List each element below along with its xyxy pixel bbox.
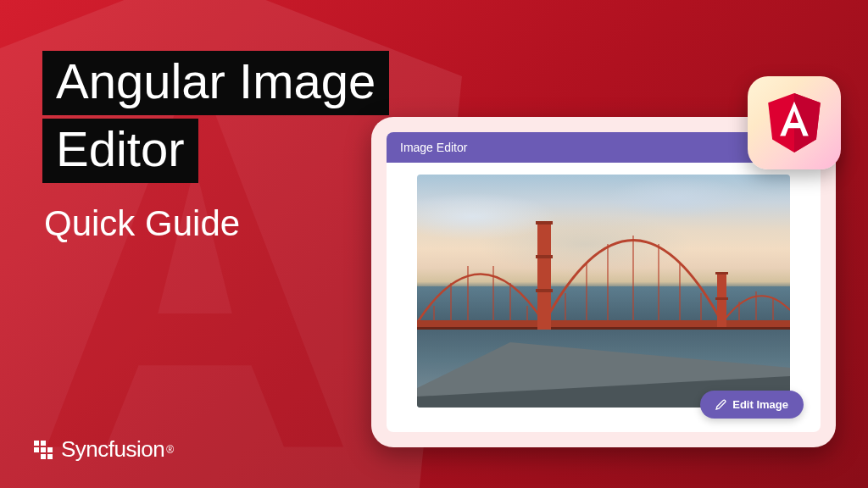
syncfusion-grid-icon <box>34 441 53 459</box>
title-line-2: Editor <box>42 119 198 183</box>
bridge-illustration <box>417 175 790 408</box>
title-block: Angular Image Editor <box>42 51 389 186</box>
edit-button-label: Edit Image <box>732 398 788 411</box>
angular-badge <box>748 76 841 169</box>
brand-logo: Syncfusion ® <box>34 436 174 463</box>
title-line-1: Angular Image <box>42 51 389 115</box>
svg-rect-16 <box>417 320 790 327</box>
svg-rect-24 <box>715 297 728 300</box>
svg-rect-17 <box>417 327 790 330</box>
angular-logo-icon <box>765 91 824 155</box>
svg-rect-19 <box>536 221 553 225</box>
brand-name: Syncfusion <box>61 436 164 463</box>
registered-mark: ® <box>166 444 174 456</box>
svg-rect-21 <box>536 289 553 292</box>
app-header-title: Image Editor <box>400 141 467 154</box>
pencil-icon <box>715 399 726 410</box>
svg-rect-23 <box>715 272 728 274</box>
edit-image-button[interactable]: Edit Image <box>700 391 804 419</box>
svg-rect-18 <box>537 221 551 330</box>
app-window: Image Editor <box>387 132 821 432</box>
subtitle: Quick Guide <box>44 203 240 244</box>
svg-rect-20 <box>536 255 553 258</box>
image-canvas-area <box>387 163 821 419</box>
editor-image[interactable] <box>417 175 790 408</box>
